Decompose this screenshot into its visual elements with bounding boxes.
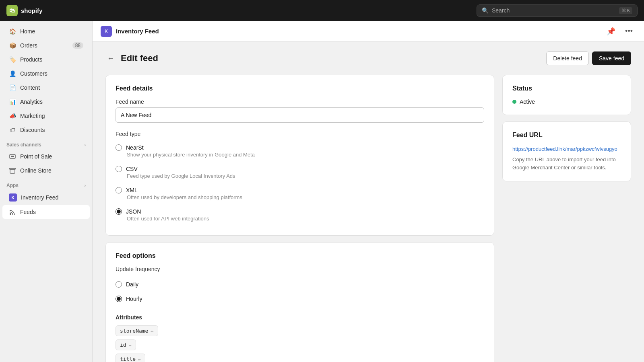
feed-options-title: Feed options bbox=[116, 252, 484, 259]
status-dot-icon bbox=[512, 100, 516, 104]
right-column: Status Active Feed URL https://productfe… bbox=[502, 75, 631, 188]
feed-type-json-label[interactable]: JSON bbox=[126, 208, 141, 215]
save-feed-button[interactable]: Save feed bbox=[592, 51, 631, 65]
attribute-title: title ✏️ bbox=[116, 354, 145, 362]
page-title-left: ← Edit feed bbox=[105, 53, 158, 64]
status-card: Status Active bbox=[502, 75, 631, 115]
svg-point-2 bbox=[10, 213, 11, 215]
frequency-radio-group: Daily Hourly bbox=[116, 277, 484, 306]
apps-arrow: › bbox=[85, 183, 86, 188]
sidebar-item-discounts[interactable]: 🏷 Discounts bbox=[2, 123, 90, 137]
attribute-storename: storeName ✏️ bbox=[116, 325, 158, 336]
back-button[interactable]: ← bbox=[105, 53, 116, 64]
apps-label: Apps bbox=[6, 183, 19, 188]
topbar: 🛍 shopify 🔍 Search ⌘ K bbox=[0, 0, 644, 21]
sidebar-item-label: Home bbox=[20, 28, 35, 35]
feed-type-nearst-label[interactable]: NearSt bbox=[126, 144, 144, 151]
feed-type-json-radio[interactable] bbox=[116, 208, 122, 215]
feeds-icon bbox=[9, 208, 16, 216]
customers-icon: 👤 bbox=[9, 70, 16, 77]
main-content: K Inventory Feed 📌 ••• ← Edit feed Delet… bbox=[93, 21, 644, 362]
app-icon-text: K bbox=[105, 29, 108, 34]
sidebar-item-label: Analytics bbox=[20, 99, 43, 105]
apps-section[interactable]: Apps › bbox=[0, 178, 92, 190]
attribute-title-text: title bbox=[120, 356, 136, 362]
sales-channels-section[interactable]: Sales channels › bbox=[0, 137, 92, 149]
more-menu-button[interactable]: ••• bbox=[622, 25, 636, 37]
attribute-storename-text: storeName bbox=[120, 328, 148, 334]
orders-icon: 📦 bbox=[9, 42, 16, 49]
app-header-actions: 📌 ••• bbox=[603, 25, 636, 37]
sidebar-item-orders[interactable]: 📦 Orders 88 bbox=[2, 39, 90, 52]
sidebar-item-inventory-feed-app[interactable]: K Inventory Feed bbox=[2, 190, 90, 205]
sidebar-item-marketing[interactable]: 📣 Marketing bbox=[2, 109, 90, 123]
sidebar-item-analytics[interactable]: 📊 Analytics bbox=[2, 95, 90, 109]
attribute-id-edit-icon[interactable]: ✏️ bbox=[129, 342, 132, 348]
update-frequency-label: Update frequency bbox=[116, 266, 484, 272]
search-shortcut: ⌘ K bbox=[619, 7, 632, 14]
attribute-id: id ✏️ bbox=[116, 339, 136, 350]
pin-button[interactable]: 📌 bbox=[603, 25, 619, 37]
feed-type-xml-radio[interactable] bbox=[116, 187, 122, 193]
feed-name-input[interactable] bbox=[116, 107, 484, 123]
feed-url-link[interactable]: https://productfeed.link/mar/ppkzwcfwivs… bbox=[512, 146, 617, 152]
frequency-daily-radio[interactable] bbox=[116, 281, 122, 288]
sidebar-item-label: Orders bbox=[20, 42, 37, 49]
feed-type-json: JSON Often used for API web integrations bbox=[116, 204, 484, 226]
frequency-hourly-label[interactable]: Hourly bbox=[126, 296, 142, 302]
sales-channels-arrow: › bbox=[85, 143, 86, 147]
left-column: Feed details Feed name Feed type NearSt bbox=[105, 75, 494, 362]
sidebar-item-point-of-sale[interactable]: Point of Sale bbox=[2, 150, 90, 163]
shopify-logo-text: shopify bbox=[21, 7, 42, 14]
content-grid: Feed details Feed name Feed type NearSt bbox=[105, 75, 631, 362]
feed-details-title: Feed details bbox=[116, 85, 484, 92]
frequency-daily-label[interactable]: Daily bbox=[126, 281, 138, 288]
pos-icon bbox=[9, 153, 16, 160]
feed-options-card: Feed options Update frequency Daily bbox=[105, 242, 494, 362]
products-icon: 🏷️ bbox=[9, 56, 16, 63]
sidebar-item-label: Point of Sale bbox=[20, 153, 52, 160]
sidebar-item-label: Inventory Feed bbox=[21, 194, 58, 201]
feed-details-card: Feed details Feed name Feed type NearSt bbox=[105, 75, 494, 236]
sidebar-item-label: Customers bbox=[20, 70, 47, 77]
attribute-title-edit-icon[interactable]: ✏️ bbox=[138, 356, 141, 362]
feed-type-nearst-desc: Show your physical store inventory in Go… bbox=[127, 152, 484, 158]
feed-type-csv-radio[interactable] bbox=[116, 166, 122, 172]
search-icon: 🔍 bbox=[482, 7, 489, 14]
frequency-hourly-radio[interactable] bbox=[116, 296, 122, 302]
search-bar[interactable]: 🔍 Search ⌘ K bbox=[477, 4, 638, 17]
delete-feed-button[interactable]: Delete feed bbox=[546, 51, 589, 65]
feed-type-nearst: NearSt Show your physical store inventor… bbox=[116, 140, 484, 162]
inventory-feed-app-icon: K bbox=[9, 193, 17, 202]
orders-badge: 88 bbox=[72, 42, 83, 49]
feed-type-xml: XML Often used by developers and shoppin… bbox=[116, 183, 484, 204]
sidebar-item-products[interactable]: 🏷️ Products bbox=[2, 53, 90, 66]
app-header-title: Inventory Feed bbox=[116, 28, 159, 35]
marketing-icon: 📣 bbox=[9, 112, 16, 119]
page-title: Edit feed bbox=[121, 53, 158, 64]
feed-type-label: Feed type bbox=[116, 131, 484, 137]
sidebar-item-feeds[interactable]: Feeds bbox=[2, 205, 90, 219]
sidebar-item-online-store[interactable]: Online Store bbox=[2, 164, 90, 177]
sidebar-item-label: Online Store bbox=[20, 167, 52, 174]
feed-type-xml-desc: Often used by developers and shopping pl… bbox=[127, 194, 484, 200]
content-icon: 📄 bbox=[9, 84, 16, 91]
home-icon: 🏠 bbox=[9, 28, 16, 35]
feed-type-xml-label[interactable]: XML bbox=[126, 187, 138, 193]
sidebar-item-content[interactable]: 📄 Content bbox=[2, 81, 90, 95]
page-content: ← Edit feed Delete feed Save feed Feed d… bbox=[93, 42, 644, 362]
sidebar-item-label: Products bbox=[20, 56, 42, 63]
feed-type-nearst-radio[interactable] bbox=[116, 144, 122, 151]
sidebar-item-customers[interactable]: 👤 Customers bbox=[2, 67, 90, 80]
attributes-list: storeName ✏️ id ✏️ title ✏️ bbox=[116, 325, 484, 362]
status-label: Active bbox=[520, 99, 535, 105]
feed-type-csv-label[interactable]: CSV bbox=[126, 166, 138, 172]
shopify-logo[interactable]: 🛍 shopify bbox=[6, 5, 42, 16]
feed-url-card: Feed URL https://productfeed.link/mar/pp… bbox=[502, 121, 631, 181]
frequency-hourly: Hourly bbox=[116, 292, 484, 306]
attribute-storename-edit-icon[interactable]: ✏️ bbox=[151, 328, 153, 334]
feed-type-csv: CSV Feed type used by Google Local Inven… bbox=[116, 162, 484, 183]
page-title-row: ← Edit feed Delete feed Save feed bbox=[105, 51, 631, 65]
sidebar-item-home[interactable]: 🏠 Home bbox=[2, 25, 90, 38]
svg-rect-1 bbox=[11, 156, 14, 157]
